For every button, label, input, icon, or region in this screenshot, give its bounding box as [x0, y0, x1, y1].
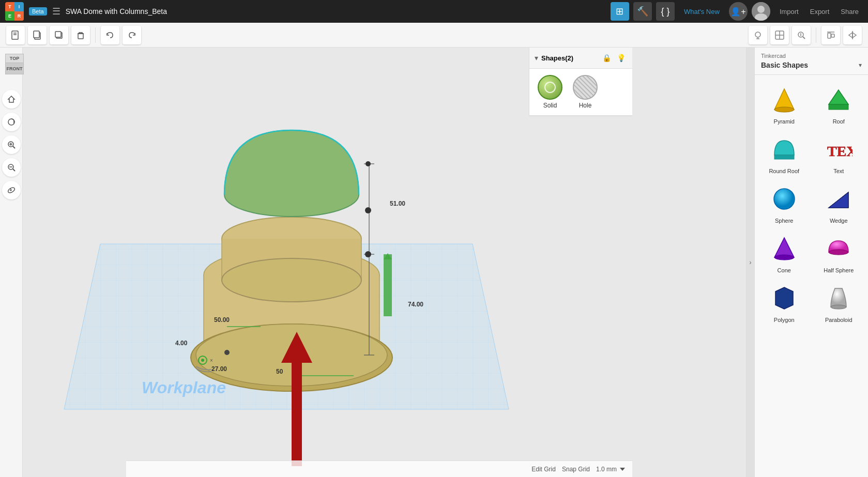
dim-label-50-2: 50 [276, 368, 283, 375]
shape-item-roundroof[interactable]: Round Roof [759, 131, 810, 176]
svg-rect-43 [256, 269, 261, 350]
svg-rect-7 [34, 31, 39, 38]
new-document-button[interactable] [6, 26, 25, 44]
svg-point-100 [774, 255, 794, 260]
svg-point-37 [201, 321, 382, 383]
shape-item-halfsphere[interactable]: Half Sphere [814, 230, 864, 275]
user-avatar[interactable] [752, 2, 770, 21]
align-left-button[interactable] [821, 26, 840, 44]
logo-t: T [5, 2, 14, 11]
zoom-button[interactable] [792, 26, 811, 44]
main-content: TOP FRONT [0, 48, 868, 477]
svg-point-62 [204, 326, 379, 379]
roundroof-label: Round Roof [769, 168, 799, 174]
snap-value: 1.0 mm [596, 466, 617, 473]
svg-rect-48 [303, 269, 307, 350]
redo-button[interactable] [123, 26, 141, 44]
halfsphere-thumb [822, 232, 855, 265]
logo-i: I [14, 2, 24, 11]
svg-rect-45 [275, 269, 279, 350]
svg-rect-21 [828, 33, 831, 38]
polygon-label: Polygon [774, 317, 795, 323]
cone-thumb [768, 232, 801, 265]
text-thumb: TEXT [822, 133, 855, 166]
svg-point-76 [366, 252, 371, 257]
mirror-button[interactable] [843, 26, 862, 44]
toolbar-separator-2 [816, 27, 816, 43]
shape-item-roof[interactable]: Roof [814, 81, 864, 127]
svg-point-96 [774, 189, 795, 209]
hole-option[interactable]: Hole [573, 75, 598, 109]
shape-item-cone[interactable]: Cone [759, 230, 810, 275]
svg-point-57 [204, 248, 379, 302]
canvas-area[interactable]: 51.00 74.00 50.00 27.00 4.00 50 Workplan… [23, 48, 746, 477]
pyramid-label: Pyramid [774, 118, 795, 125]
svg-point-91 [774, 107, 794, 112]
shape-item-pyramid[interactable]: Pyramid [759, 81, 810, 127]
snap-grid-control[interactable]: 1.0 mm [596, 466, 626, 473]
zoom-out-button[interactable] [2, 158, 21, 177]
cone-label: Cone [778, 267, 791, 273]
svg-rect-59 [204, 275, 379, 352]
orbit-button[interactable] [2, 181, 21, 199]
whats-new-button[interactable]: What's New [680, 8, 724, 16]
shape-item-polygon[interactable]: Polygon [759, 280, 810, 325]
svg-rect-3 [12, 31, 18, 39]
view-cube[interactable]: TOP FRONT [0, 54, 29, 85]
svg-rect-50 [322, 271, 326, 351]
app-logo[interactable]: T I N K E R C A [5, 2, 24, 21]
svg-point-1 [757, 6, 765, 13]
hammer-btn[interactable]: 🔨 [633, 2, 652, 21]
zoom-in-button[interactable] [2, 135, 21, 154]
svg-marker-80 [384, 253, 392, 259]
svg-rect-79 [384, 254, 392, 316]
left-sidebar: TOP FRONT [0, 48, 23, 477]
edit-grid-label[interactable]: Edit Grid [531, 466, 556, 473]
duplicate-button[interactable] [50, 26, 68, 44]
grid-view-btn[interactable]: ⊞ [611, 2, 629, 21]
svg-point-64 [196, 324, 387, 386]
svg-rect-58 [204, 275, 379, 352]
export-button[interactable]: Export [806, 6, 834, 18]
copy-all-button[interactable] [28, 26, 47, 44]
shape-item-text[interactable]: TEXT Text [814, 131, 864, 176]
shape-item-paraboloid[interactable]: Paraboloid [814, 280, 864, 325]
top-bar: T I N K E R C A Beta ☰ SWA Dome with Col… [0, 0, 868, 23]
solid-option[interactable]: Solid [538, 75, 562, 109]
view-button[interactable] [770, 26, 789, 44]
svg-point-11 [755, 32, 760, 37]
solid-label: Solid [543, 102, 557, 109]
import-button[interactable]: Import [775, 6, 803, 18]
rotate-view-button[interactable] [2, 113, 21, 131]
dim-label-50: 50.00 [214, 316, 230, 324]
delete-button[interactable] [71, 26, 90, 44]
solid-circle [538, 75, 562, 100]
svg-rect-52 [340, 278, 344, 354]
home-view-button[interactable] [2, 90, 21, 109]
view-cube-front: FRONT [5, 63, 24, 74]
shapes-collapse-icon[interactable]: ▾ [535, 54, 538, 62]
document-title: SWA Dome with Columns_Beta [66, 7, 167, 16]
svg-marker-24 [849, 33, 852, 38]
category-dropdown[interactable]: Basic Shapes ▾ [761, 61, 862, 69]
svg-marker-89 [620, 468, 625, 471]
svg-rect-66 [222, 239, 361, 280]
shape-item-sphere[interactable]: Sphere [759, 180, 810, 226]
shape-item-wedge[interactable]: Wedge [814, 180, 864, 226]
undo-button[interactable] [101, 26, 119, 44]
svg-rect-94 [774, 155, 794, 159]
svg-rect-44 [266, 269, 270, 350]
shapes-lock-button[interactable]: 🔒 [600, 52, 613, 64]
workplane-label: Workplane [142, 378, 226, 397]
svg-rect-46 [284, 269, 288, 350]
svg-text:TEXT: TEXT [827, 143, 852, 159]
svg-marker-90 [774, 89, 794, 110]
shapes-light-button[interactable]: 💡 [615, 52, 627, 64]
svg-rect-22 [831, 34, 834, 37]
panel-collapse-handle[interactable]: › [746, 48, 754, 477]
share-button[interactable]: Share [836, 6, 863, 18]
add-user-button[interactable]: 👤+ [729, 2, 748, 21]
light-bulb-button[interactable] [749, 26, 767, 44]
code-btn[interactable]: { } [656, 2, 675, 21]
logo-r: R [14, 11, 24, 21]
